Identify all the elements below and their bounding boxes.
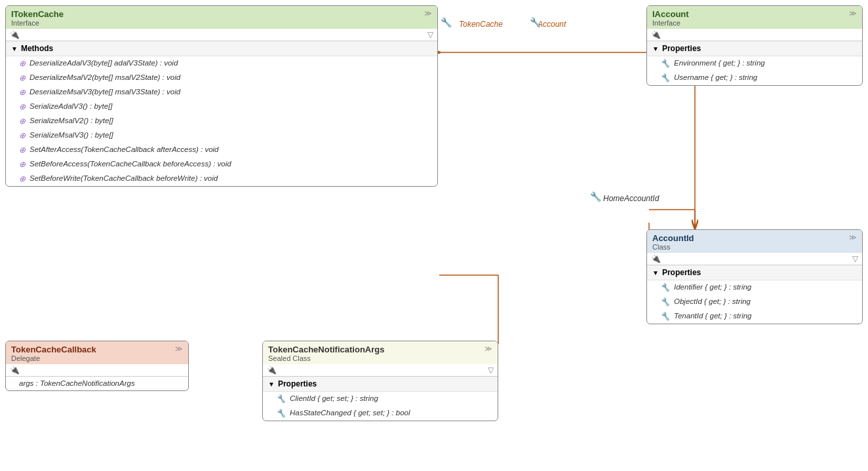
accountid-icons-row: 🔌 ▽ (647, 253, 862, 265)
iaccount-box: IAccount ≫ Interface 🔌 ▼ Properties 🔧 En… (646, 5, 863, 86)
accountid-properties-header: ▼ Properties (647, 265, 862, 280)
itokencache-icons-row: 🔌 ▽ (6, 29, 437, 41)
tokencachenotificationargs-title: TokenCacheNotificationArgs (268, 345, 384, 354)
iaccount-properties-header: ▼ Properties (647, 41, 862, 56)
tokencachecallback-header: TokenCacheCallback ≫ Delegate (6, 341, 188, 364)
tokencachenotificationargs-header: TokenCacheNotificationArgs ≫ Sealed Clas… (263, 341, 498, 364)
itokencache-subtitle: Interface (11, 19, 432, 27)
method-8-text: SetBeforeAccess(TokenCacheCallback befor… (30, 159, 231, 170)
itokencache-collapse-icon[interactable]: ≫ (424, 9, 432, 18)
itokencache-methods-header: ▼ Methods (6, 41, 437, 56)
itokencache-title: ITokenCache (11, 9, 64, 19)
tokencachecallback-param-1: args : TokenCacheNotificationArgs (6, 377, 188, 390)
iaccount-prop-2-text: Username { get; } : string (674, 72, 757, 83)
itokencache-method-2: ⊕ DeserializeMsalV2(byte[] msalV2State) … (6, 71, 437, 85)
method-2-icon: ⊕ (19, 72, 26, 84)
accountid-prop-3: 🔧 TenantId { get; } : string (647, 309, 862, 324)
accountid-collapse-icon[interactable]: ≫ (849, 233, 857, 242)
iaccount-triangle-icon: ▼ (652, 45, 659, 52)
tokencachenotificationargs-prop-1-icon: 🔧 (276, 393, 286, 405)
tokencache-wrench-icon: 🔧 (441, 17, 452, 28)
itokencache-method-6: ⊕ SerializeMsalV3() : byte[] (6, 128, 437, 143)
accountid-box: AccountId ≫ Class 🔌 ▽ ▼ Properties 🔧 Ide… (646, 229, 863, 324)
itokencache-methods-label: Methods (21, 44, 53, 53)
tokencachecallback-icons-row: 🔌 (6, 364, 188, 376)
itokencache-header: ITokenCache ≫ Interface (6, 6, 437, 29)
tokencachenotificationargs-icons-row: 🔌 ▽ (263, 364, 498, 376)
tokencachenotificationargs-properties-label: Properties (278, 379, 317, 388)
tokencachenotificationargs-prop-2-text: HasStateChanged { get; set; } : bool (290, 407, 410, 419)
itokencache-method-1: ⊕ DeserializeAdalV3(byte[] adalV3State) … (6, 56, 437, 71)
accountid-header: AccountId ≫ Class (647, 230, 862, 253)
method-5-icon: ⊕ (19, 115, 26, 127)
method-4-text: SerializeAdalV3() : byte[] (30, 101, 113, 112)
method-4-icon: ⊕ (19, 101, 26, 113)
itokencache-method-3: ⊕ DeserializeMsalV3(byte[] msalV3State) … (6, 85, 437, 100)
itokencache-method-5: ⊕ SerializeMsalV2() : byte[] (6, 114, 437, 128)
method-6-text: SerializeMsalV3() : byte[] (30, 130, 113, 141)
tokencachecallback-title: TokenCacheCallback (11, 345, 96, 354)
homeaccountid-wrench-icon: 🔧 (590, 191, 601, 202)
tokencachenotificationargs-lock-icon: 🔌 (267, 366, 277, 375)
iaccount-prop-1: 🔧 Environment { get; } : string (647, 56, 862, 71)
homeaccountid-label: HomeAccountId (603, 194, 659, 203)
iaccount-prop-1-icon: 🔧 (660, 58, 670, 69)
accountid-prop-3-icon: 🔧 (660, 311, 670, 322)
tokencachenotificationargs-prop-2: 🔧 HasStateChanged { get; set; } : bool (263, 406, 498, 421)
accountid-subtitle: Class (652, 243, 857, 251)
tokencachecallback-box: TokenCacheCallback ≫ Delegate 🔌 args : T… (5, 341, 189, 391)
tokencachenotificationargs-triangle-icon: ▼ (268, 381, 275, 388)
accountid-prop-2-icon: 🔧 (660, 296, 670, 308)
iaccount-lock-icon: 🔌 (651, 30, 661, 39)
tokencachecallback-param-1-text: args : TokenCacheNotificationArgs (19, 378, 135, 389)
method-1-text: DeserializeAdalV3(byte[] adalV3State) : … (30, 58, 178, 69)
accountid-prop-2: 🔧 ObjectId { get; } : string (647, 295, 862, 309)
diagram-canvas: TokenCache Account HomeAccountId 🔧 🔧 🔧 I… (0, 0, 868, 471)
method-9-text: SetBeforeWrite(TokenCacheCallback before… (30, 173, 218, 184)
method-8-icon: ⊕ (19, 159, 26, 170)
tokencachenotificationargs-prop-1: 🔧 ClientId { get; set; } : string (263, 392, 498, 406)
iaccount-icons-row: 🔌 (647, 29, 862, 41)
method-2-text: DeserializeMsalV2(byte[] msalV2State) : … (30, 72, 180, 83)
itokencache-box: ITokenCache ≫ Interface 🔌 ▽ ▼ Methods ⊕ … (5, 5, 438, 187)
accountid-properties-label: Properties (662, 268, 701, 277)
tokencachecallback-lock-icon: 🔌 (10, 366, 20, 375)
accountid-prop-1: 🔧 Identifier { get; } : string (647, 280, 862, 295)
iaccount-prop-2-icon: 🔧 (660, 72, 670, 84)
method-7-text: SetAfterAccess(TokenCacheCallback afterA… (30, 144, 218, 155)
itokencache-method-8: ⊕ SetBeforeAccess(TokenCacheCallback bef… (6, 157, 437, 172)
itokencache-triangle-icon: ▼ (11, 45, 18, 52)
accountid-filter-icon[interactable]: ▽ (852, 254, 858, 263)
iaccount-title: IAccount (652, 9, 689, 19)
tokencachenotificationargs-prop-2-icon: 🔧 (276, 407, 286, 419)
method-7-icon: ⊕ (19, 144, 26, 156)
method-3-text: DeserializeMsalV3(byte[] msalV3State) : … (30, 86, 180, 98)
accountid-prop-3-text: TenantId { get; } : string (674, 311, 752, 322)
tokencachecallback-subtitle: Delegate (11, 354, 183, 362)
tokencachenotificationargs-properties-header: ▼ Properties (263, 377, 498, 392)
tokencachenotificationargs-box: TokenCacheNotificationArgs ≫ Sealed Clas… (262, 341, 498, 421)
account-wrench-icon: 🔧 (530, 17, 541, 28)
iaccount-properties-label: Properties (662, 44, 701, 53)
itokencache-filter-icon[interactable]: ▽ (427, 30, 433, 39)
iaccount-collapse-icon[interactable]: ≫ (849, 9, 857, 18)
method-3-icon: ⊕ (19, 86, 26, 98)
method-5-text: SerializeMsalV2() : byte[] (30, 115, 113, 126)
accountid-prop-2-text: ObjectId { get; } : string (674, 296, 751, 307)
tokencachenotificationargs-collapse-icon[interactable]: ≫ (484, 345, 492, 353)
method-9-icon: ⊕ (19, 173, 26, 185)
tokencache-label: TokenCache (459, 20, 503, 29)
account-label: Account (538, 20, 566, 29)
accountid-prop-1-text: Identifier { get; } : string (674, 282, 751, 293)
accountid-title: AccountId (652, 233, 694, 243)
iaccount-prop-2: 🔧 Username { get; } : string (647, 71, 862, 85)
iaccount-subtitle: Interface (652, 19, 857, 27)
tokencachecallback-collapse-icon[interactable]: ≫ (175, 345, 183, 353)
tokencachenotificationargs-filter-icon[interactable]: ▽ (488, 366, 494, 375)
tokencachenotificationargs-prop-1-text: ClientId { get; set; } : string (290, 393, 378, 404)
iaccount-prop-1-text: Environment { get; } : string (674, 58, 765, 69)
iaccount-header: IAccount ≫ Interface (647, 6, 862, 29)
itokencache-method-4: ⊕ SerializeAdalV3() : byte[] (6, 100, 437, 114)
itokencache-lock-icon: 🔌 (10, 30, 20, 39)
method-1-icon: ⊕ (19, 58, 26, 69)
